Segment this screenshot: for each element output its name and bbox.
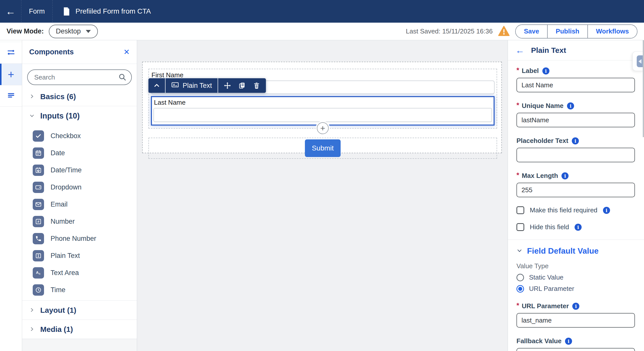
unique-name-label: * Unique Name i	[516, 102, 635, 110]
fallback-value-input[interactable]	[516, 348, 635, 351]
delete-component-button[interactable]	[253, 82, 260, 89]
info-icon[interactable]: i	[572, 303, 579, 310]
info-icon[interactable]: i	[603, 207, 610, 214]
placeholder-text-input[interactable]	[516, 148, 635, 162]
info-icon[interactable]: i	[565, 338, 572, 345]
inputs-component-list: Checkbox Date Date/Time	[22, 126, 137, 301]
view-mode-dropdown[interactable]: Desktop	[49, 25, 98, 38]
required-asterisk-icon: *	[516, 172, 519, 179]
inspector-scrollbar[interactable]	[643, 40, 644, 137]
form-container[interactable]: First Name A Plain	[142, 62, 502, 153]
label-field-label: * Label i	[516, 67, 635, 75]
publish-button[interactable]: Publish	[547, 25, 587, 38]
url-parameter-input[interactable]	[516, 313, 635, 328]
url-parameter-radio[interactable]	[516, 285, 524, 293]
form-title: Prefiiled Form from CTA	[75, 7, 151, 15]
workflows-button[interactable]: Workflows	[587, 25, 637, 38]
component-item-datetime[interactable]: Date/Time	[22, 162, 137, 179]
topbar-divider	[52, 0, 53, 23]
required-asterisk-icon: *	[516, 302, 519, 309]
info-icon[interactable]: i	[542, 67, 549, 74]
required-asterisk-icon: *	[516, 67, 519, 74]
inspector-title: Plain Text	[531, 46, 566, 55]
search-input[interactable]	[27, 69, 132, 85]
component-item-label: Checkbox	[51, 132, 81, 140]
component-item-time[interactable]: Time	[22, 281, 137, 298]
panel-collapse-handle[interactable]	[632, 51, 644, 71]
submit-dropzone[interactable]: Submit	[148, 138, 497, 159]
left-icon-rail: +	[0, 40, 22, 351]
static-value-radio[interactable]	[516, 274, 524, 281]
svg-text:A: A	[173, 83, 175, 87]
view-mode-value: Desktop	[56, 27, 81, 35]
component-item-label: Date/Time	[51, 166, 82, 174]
make-required-checkbox[interactable]	[516, 206, 524, 214]
section-media-label: Media (1)	[40, 325, 73, 334]
fields-dropzone[interactable]: First Name A Plain	[148, 69, 497, 129]
submit-button[interactable]: Submit	[305, 139, 341, 157]
info-icon[interactable]: i	[561, 172, 569, 179]
component-item-plain-text[interactable]: Plain Text	[22, 247, 137, 264]
section-basics-label: Basics (6)	[40, 92, 76, 101]
plus-icon: +	[8, 69, 14, 80]
move-component-button[interactable]	[224, 82, 231, 89]
back-button[interactable]: ←	[0, 0, 21, 23]
component-item-label: Text Area	[51, 269, 79, 277]
close-panel-button[interactable]: ✕	[124, 48, 130, 56]
clock-icon	[33, 284, 44, 296]
component-item-number[interactable]: # Number	[22, 213, 137, 230]
info-icon[interactable]: i	[567, 102, 574, 109]
breadcrumb-form[interactable]: Form	[21, 0, 52, 23]
view-mode-bar: View Mode: Desktop Last Saved: 15/11/202…	[0, 23, 644, 40]
add-component-button[interactable]: +	[317, 122, 329, 134]
duplicate-component-button[interactable]	[238, 82, 246, 89]
label-input[interactable]	[516, 78, 635, 92]
section-layout[interactable]: Layout (1)	[22, 301, 137, 320]
selected-component-toolbar: A Plain Text	[148, 78, 266, 93]
menu-lines-icon	[7, 91, 16, 101]
info-icon[interactable]: i	[575, 224, 582, 231]
field-label: First Name	[151, 71, 495, 79]
info-icon[interactable]: i	[572, 137, 579, 144]
hide-field-checkbox[interactable]	[516, 223, 524, 231]
text-cursor-icon	[33, 250, 44, 261]
radio-label: URL Parameter	[529, 285, 574, 293]
component-item-phone[interactable]: Phone Number	[22, 230, 137, 247]
component-item-text-area[interactable]: Aa Text Area	[22, 264, 137, 281]
rail-item-structure[interactable]	[0, 85, 22, 107]
component-item-date[interactable]: Date	[22, 144, 137, 162]
rail-item-add-components[interactable]: +	[0, 63, 22, 85]
value-type-label: Value Type	[516, 262, 635, 270]
warning-icon[interactable]	[498, 26, 510, 37]
save-button[interactable]: Save	[516, 25, 547, 38]
selected-field-last-name[interactable]: Last Name	[151, 96, 495, 126]
field-default-value-section-header[interactable]: Field Default Value	[516, 246, 635, 256]
component-item-email[interactable]: Email	[22, 196, 137, 213]
static-value-radio-row: Static Value	[516, 274, 635, 281]
hide-field-checkbox-row: Hide this field i	[516, 223, 635, 231]
section-divider	[508, 240, 644, 240]
chevron-down-icon	[516, 246, 522, 256]
section-basics[interactable]: Basics (6)	[22, 87, 137, 106]
unique-name-input[interactable]	[516, 113, 635, 127]
back-arrow-icon: ←	[6, 6, 16, 17]
component-item-dropdown[interactable]: Dropdown	[22, 179, 137, 196]
max-length-input[interactable]	[516, 183, 635, 197]
last-saved-text: Last Saved: 15/11/2025 16:36	[406, 27, 493, 35]
collapse-component-button[interactable]	[153, 82, 160, 89]
chevron-right-icon	[29, 325, 35, 334]
section-media[interactable]: Media (1)	[22, 320, 137, 339]
hash-icon: #	[33, 216, 44, 227]
sidebar-cutoff-row	[22, 339, 137, 351]
component-item-checkbox[interactable]: Checkbox	[22, 127, 137, 144]
chevron-left-icon	[638, 59, 641, 64]
field-input-preview[interactable]	[153, 108, 492, 122]
inspector-back-button[interactable]: ←	[515, 45, 525, 56]
required-asterisk-icon: *	[516, 102, 519, 109]
rail-item-styles[interactable]	[0, 42, 22, 63]
checkbox-label: Hide this field	[530, 223, 569, 231]
plus-icon: +	[320, 123, 325, 133]
component-item-label: Time	[51, 286, 65, 294]
section-inputs[interactable]: Inputs (10)	[22, 106, 137, 126]
document-icon	[63, 7, 70, 16]
